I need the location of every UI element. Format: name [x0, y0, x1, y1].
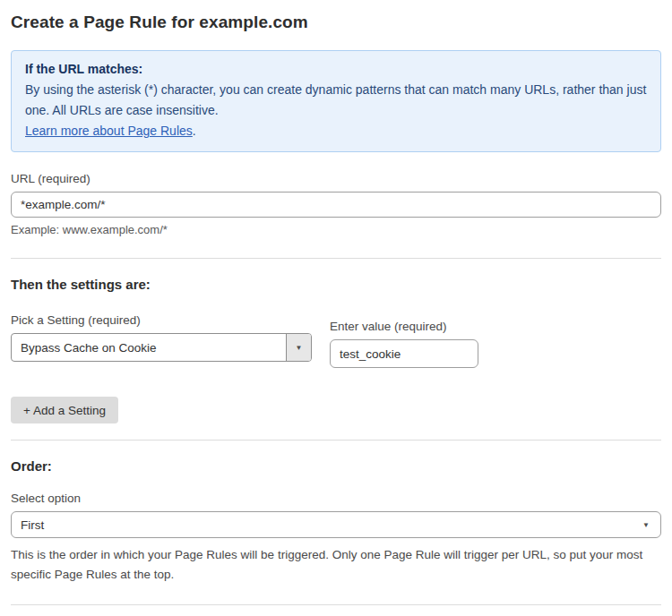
- learn-more-link[interactable]: Learn more about Page Rules: [25, 124, 193, 138]
- divider: [11, 604, 661, 605]
- info-box-heading: If the URL matches:: [25, 59, 647, 80]
- order-select[interactable]: First ▼: [11, 511, 661, 538]
- info-box-link-line: Learn more about Page Rules.: [25, 121, 647, 141]
- setting-value-input[interactable]: [330, 339, 478, 368]
- pick-setting-label: Pick a Setting (required): [11, 313, 312, 327]
- divider: [11, 440, 661, 441]
- setting-column: Pick a Setting (required) Bypass Cache o…: [11, 313, 312, 362]
- value-column: Enter value (required): [330, 320, 478, 368]
- page-title: Create a Page Rule for example.com: [11, 13, 661, 32]
- url-matches-info-box: If the URL matches: By using the asteris…: [11, 50, 661, 152]
- chevron-down-icon: ▼: [642, 521, 650, 529]
- settings-heading: Then the settings are:: [11, 277, 661, 292]
- order-heading: Order:: [11, 458, 661, 474]
- order-helper-text: This is the order in which your Page Rul…: [11, 545, 656, 585]
- settings-row: Pick a Setting (required) Bypass Cache o…: [11, 313, 661, 368]
- link-period: .: [193, 124, 196, 138]
- enter-value-label: Enter value (required): [330, 320, 478, 333]
- setting-select-value: Bypass Cache on Cookie: [12, 334, 286, 361]
- url-input[interactable]: [11, 192, 661, 218]
- url-example-helper: Example: www.example.com/*: [11, 223, 661, 236]
- chevron-down-icon: ▼: [296, 344, 303, 352]
- url-label: URL (required): [11, 172, 661, 185]
- select-option-label: Select option: [11, 492, 661, 505]
- setting-select[interactable]: Bypass Cache on Cookie ▼: [11, 333, 312, 362]
- add-setting-button[interactable]: + Add a Setting: [11, 397, 118, 424]
- setting-select-dropdown-button[interactable]: ▼: [286, 334, 311, 361]
- info-box-body: By using the asterisk (*) character, you…: [25, 80, 647, 121]
- order-select-value: First: [21, 518, 44, 532]
- divider: [11, 258, 661, 259]
